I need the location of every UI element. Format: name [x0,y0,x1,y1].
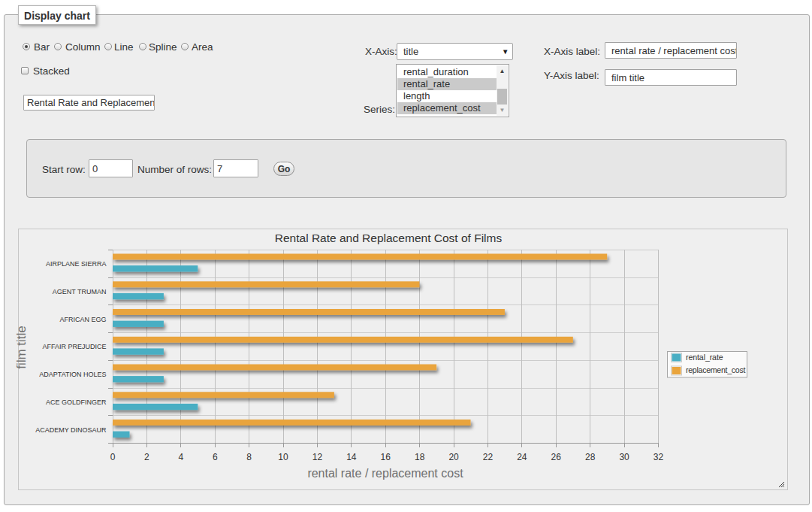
svg-text:32: 32 [654,452,664,462]
svg-text:26: 26 [551,452,562,462]
svg-text:24: 24 [517,452,527,462]
svg-text:6: 6 [213,452,218,462]
svg-text:ADAPTATION HOLES: ADAPTATION HOLES [39,371,106,378]
svg-text:4: 4 [178,452,183,462]
svg-text:2: 2 [144,452,149,462]
svg-text:Rental Rate and Replacement Co: Rental Rate and Replacement Cost of Film… [275,232,503,244]
svg-text:AFFAIR PREJUDICE: AFFAIR PREJUDICE [42,343,106,350]
svg-text:18: 18 [415,452,425,462]
svg-text:12: 12 [312,452,323,462]
svg-text:rental_rate: rental_rate [686,353,723,362]
svg-text:0: 0 [110,452,116,462]
svg-text:film title: film title [14,326,29,369]
svg-text:20: 20 [448,452,459,462]
svg-text:28: 28 [585,452,596,462]
svg-text:AFRICAN EGG: AFRICAN EGG [59,316,106,323]
svg-text:AGENT TRUMAN: AGENT TRUMAN [53,288,107,295]
svg-text:8: 8 [246,452,252,462]
svg-text:AIRPLANE SIERRA: AIRPLANE SIERRA [46,260,107,268]
svg-text:ACADEMY DINOSAUR: ACADEMY DINOSAUR [35,426,107,434]
svg-text:replacement_cost: replacement_cost [686,365,745,374]
svg-text:10: 10 [278,452,288,462]
svg-text:22: 22 [483,452,494,462]
svg-text:ACE GOLDFINGER: ACE GOLDFINGER [46,398,107,406]
svg-text:30: 30 [619,452,629,462]
svg-text:14: 14 [346,452,357,462]
svg-text:rental rate / replacement cost: rental rate / replacement cost [307,467,463,480]
svg-text:16: 16 [381,452,391,462]
